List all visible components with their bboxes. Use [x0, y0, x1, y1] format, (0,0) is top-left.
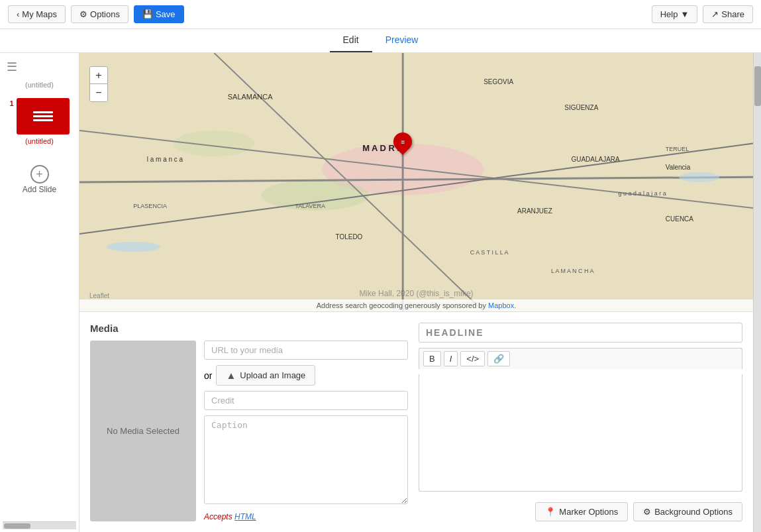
background-options-button[interactable]: ⚙ Background Options [633, 502, 742, 521]
share-icon: ↗ [711, 9, 719, 19]
upload-image-button[interactable]: ▲ Upload an Image [216, 365, 315, 386]
sidebar-scrollbar[interactable] [0, 521, 79, 532]
leaflet-attribution: Leaflet [89, 292, 109, 299]
upload-label: Upload an Image [240, 370, 305, 380]
add-slide-label: Add Slide [23, 185, 56, 194]
svg-text:TOLEDO: TOLEDO [335, 233, 362, 240]
media-preview: No Media Selected [90, 341, 196, 521]
marker-options-label: Marker Options [559, 507, 618, 517]
line-2 [33, 115, 53, 117]
headline-input-box: HEADLINE [419, 323, 742, 343]
media-title: Media [90, 323, 408, 334]
or-text: or [204, 370, 212, 381]
my-maps-label: My Maps [22, 9, 57, 19]
plus-icon: + [30, 165, 49, 184]
caption-textarea[interactable] [204, 415, 408, 504]
svg-text:ARANJUEZ: ARANJUEZ [517, 207, 552, 215]
pin-body: ≡ [389, 129, 416, 155]
slide-lines-icon [33, 111, 53, 121]
svg-point-3 [174, 131, 254, 156]
marker-icon: 📍 [545, 507, 556, 517]
bottom-panel: Media No Media Selected or ▲ [79, 311, 753, 532]
share-label: Share [721, 9, 744, 19]
map-attribution: Address search geocoding generously spon… [79, 299, 753, 311]
svg-text:TALAVERA: TALAVERA [295, 203, 325, 209]
help-chevron-icon: ▼ [680, 9, 689, 19]
svg-point-26 [679, 172, 719, 182]
html-link[interactable]: HTML [234, 512, 256, 521]
options-label: Options [90, 9, 120, 19]
slide-number: 1 [9, 99, 13, 107]
map-svg: SALAMANCA SEGOVIA SIGÜENZA M A D R I D G… [79, 53, 753, 311]
gear-icon-bg: ⚙ [643, 507, 651, 517]
svg-text:C A S T I L L A: C A S T I L L A [470, 249, 509, 256]
upload-icon: ▲ [226, 370, 236, 381]
save-icon: 💾 [142, 9, 153, 19]
map-container[interactable]: SALAMANCA SEGOVIA SIGÜENZA M A D R I D G… [79, 53, 753, 311]
no-media-label: No Media Selected [107, 426, 179, 436]
save-label: Save [156, 9, 176, 19]
h-scrollbar[interactable] [3, 521, 76, 529]
sidebar: ☰ (untitled) 1 (untitled) + Add Slide [0, 53, 79, 532]
rich-text-area[interactable] [419, 374, 742, 492]
svg-text:SIGÜENZA: SIGÜENZA [564, 104, 598, 111]
marker-options-button[interactable]: 📍 Marker Options [535, 502, 628, 521]
media-controls: or ▲ Upload an Image Accepts HTML [204, 341, 408, 521]
upload-row: or ▲ Upload an Image [204, 365, 408, 386]
rich-text-toolbar: B I </> 🔗 [419, 348, 742, 369]
help-button[interactable]: Help ▼ [652, 5, 698, 23]
svg-text:L A M A N C H A: L A M A N C H A [551, 268, 594, 274]
scrollbar-thumb [754, 66, 761, 106]
topbar: ‹ My Maps ⚙ Options 💾 Save Help ▼ ↗ Shar… [0, 0, 761, 29]
options-button[interactable]: ⚙ Options [71, 5, 128, 23]
svg-text:GUADALAJARA: GUADALAJARA [571, 156, 620, 163]
line-3 [33, 119, 53, 121]
map-zoom-controls: + − [89, 66, 108, 102]
content-area: SALAMANCA SEGOVIA SIGÜENZA M A D R I D G… [79, 53, 753, 532]
my-maps-button[interactable]: ‹ My Maps [8, 5, 66, 23]
attribution-text: Address search geocoding generously spon… [317, 301, 486, 309]
credit-input[interactable] [204, 391, 408, 410]
tabs-row: Edit Preview [0, 29, 761, 53]
tab-preview[interactable]: Preview [372, 29, 432, 52]
svg-text:Valencia: Valencia [666, 164, 691, 171]
gear-icon: ⚙ [79, 9, 87, 19]
headline-section: HEADLINE B I </> 🔗 📍 Mar [419, 323, 742, 521]
svg-text:TERUEL: TERUEL [666, 146, 689, 152]
bottom-buttons: 📍 Marker Options ⚙ Background Options [419, 502, 742, 521]
tab-edit[interactable]: Edit [330, 29, 372, 52]
right-scrollbar[interactable] [753, 53, 761, 532]
share-button[interactable]: ↗ Share [703, 5, 753, 23]
zoom-in-button[interactable]: + [90, 67, 107, 84]
svg-text:g u a d a l a j a r a: g u a d a l a j a r a [619, 190, 666, 197]
svg-point-25 [107, 242, 160, 252]
italic-button[interactable]: I [444, 351, 458, 366]
svg-text:SEGOVIA: SEGOVIA [483, 78, 513, 85]
accepts-html: Accepts HTML [204, 512, 408, 521]
save-button[interactable]: 💾 Save [134, 5, 184, 23]
bold-button[interactable]: B [423, 351, 441, 366]
main-layout: ☰ (untitled) 1 (untitled) + Add Slide [0, 53, 761, 532]
menu-icon[interactable]: ☰ [0, 60, 17, 74]
slide-thumbnail[interactable] [17, 98, 70, 134]
svg-text:l a m a n c a: l a m a n c a [147, 156, 183, 163]
topbar-right: Help ▼ ↗ Share [652, 5, 753, 23]
sidebar-untitled-top: (untitled) [25, 81, 54, 89]
map-background: SALAMANCA SEGOVIA SIGÜENZA M A D R I D G… [79, 53, 753, 311]
map-watermark: Mike Hall, 2020 (@this_is_mike) [359, 289, 473, 298]
svg-text:SALAMANCA: SALAMANCA [228, 93, 274, 101]
link-button[interactable]: 🔗 [487, 351, 510, 366]
map-pin: ≡ [393, 133, 412, 151]
headline-label: HEADLINE [426, 327, 484, 338]
zoom-out-button[interactable]: − [90, 84, 107, 101]
mapbox-link[interactable]: Mapbox [488, 301, 514, 309]
media-section: Media No Media Selected or ▲ [90, 323, 408, 521]
add-slide-button[interactable]: + Add Slide [23, 165, 56, 194]
slide-label: (untitled) [25, 137, 54, 145]
h-scrollbar-thumb [4, 523, 30, 529]
svg-text:PLASENCIA: PLASENCIA [133, 203, 167, 209]
media-url-input[interactable] [204, 341, 408, 360]
code-button[interactable]: </> [460, 351, 485, 366]
media-inner: No Media Selected or ▲ Upload an Image [90, 341, 408, 521]
link-icon: 🔗 [493, 354, 504, 364]
